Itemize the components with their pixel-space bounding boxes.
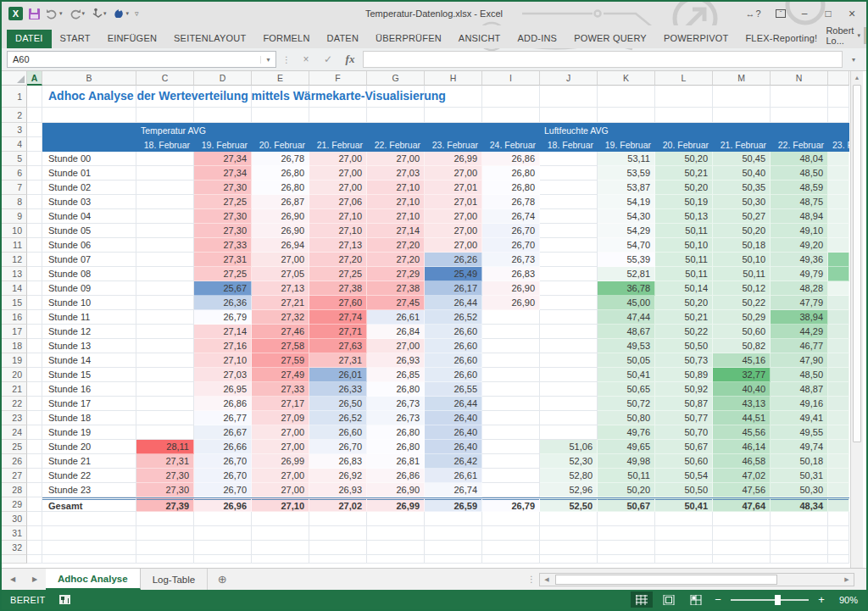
ribbon-tab-start[interactable]: START: [52, 30, 99, 48]
grid-cell[interactable]: [27, 181, 42, 195]
grid-cell[interactable]: 27,00: [252, 440, 309, 454]
grid-cell[interactable]: 44,51: [713, 411, 771, 425]
grid-cell[interactable]: [828, 526, 849, 541]
grid-cell[interactable]: 50,89: [655, 368, 713, 382]
grid-cell[interactable]: [540, 339, 598, 353]
grid-cell[interactable]: 27,30: [136, 483, 194, 497]
grid-cell[interactable]: [482, 411, 540, 425]
grid-cell[interactable]: [540, 541, 598, 555]
macro-record-icon[interactable]: [59, 595, 70, 604]
ribbon-tab-daten[interactable]: DATEN: [319, 30, 367, 48]
ribbon-tab-seitenlayout[interactable]: SEITENLAYOUT: [165, 30, 254, 48]
grid-cell[interactable]: 48,59: [771, 181, 828, 195]
row-header-2[interactable]: 2: [2, 108, 27, 123]
grid-cell[interactable]: 26,52: [425, 310, 482, 325]
row-header-22[interactable]: 22: [2, 397, 27, 411]
grid-cell[interactable]: [367, 526, 425, 541]
grid-cell[interactable]: 26,85: [367, 368, 425, 382]
grid-cell[interactable]: 50,54: [655, 469, 713, 483]
row-header-9[interactable]: 9: [2, 209, 27, 224]
grid-cell[interactable]: [540, 253, 598, 267]
grid-cell-partial[interactable]: [828, 253, 849, 267]
grid-cell[interactable]: 27,17: [252, 397, 309, 411]
grid-cell[interactable]: [482, 555, 540, 564]
grid-cell[interactable]: 52,81: [598, 267, 655, 281]
grid-cell[interactable]: 50,22: [655, 325, 713, 339]
column-header-partial[interactable]: [828, 71, 849, 86]
grid-cell[interactable]: 27,20: [309, 253, 367, 267]
grid-cell[interactable]: [252, 108, 309, 123]
grid-cell[interactable]: [194, 555, 252, 564]
grid-cell[interactable]: 26,26: [425, 253, 482, 267]
grid-cell[interactable]: 27,00: [252, 425, 309, 440]
grid-cell[interactable]: 26,77: [194, 411, 252, 425]
close-icon[interactable]: ×: [841, 5, 863, 22]
grid-cell[interactable]: [425, 541, 482, 555]
grid-cell[interactable]: 26,44: [425, 397, 482, 411]
grid-cell[interactable]: 36,78: [598, 281, 655, 296]
grid-cell[interactable]: 26,78: [252, 152, 309, 166]
grid-cell[interactable]: 49,10: [771, 224, 828, 238]
grid-cell[interactable]: 26,90: [482, 281, 540, 296]
user-avatar[interactable]: [864, 27, 868, 44]
customize-quick-access-icon[interactable]: ▿: [135, 9, 139, 18]
grid-cell[interactable]: 27,00: [425, 166, 482, 181]
row-label[interactable]: Stunde 18: [42, 411, 136, 425]
grid-cell[interactable]: 27,10: [309, 209, 367, 224]
grid-cell[interactable]: 27,49: [252, 368, 309, 382]
grid-cell[interactable]: 26,80: [482, 166, 540, 181]
grid-cell[interactable]: 50,20: [655, 152, 713, 166]
grid-cell[interactable]: [136, 281, 194, 296]
column-header-k[interactable]: K: [598, 71, 655, 86]
grid-cell[interactable]: [27, 137, 42, 152]
grid-cell[interactable]: 27,14: [367, 224, 425, 238]
vertical-scrollbar[interactable]: ▲: [850, 71, 863, 568]
grid-cell[interactable]: 27,38: [367, 281, 425, 296]
column-header-j[interactable]: J: [540, 71, 598, 86]
grid-cell[interactable]: [598, 526, 655, 541]
column-header-i[interactable]: I: [482, 71, 540, 86]
grid-cell[interactable]: 26,81: [367, 454, 425, 469]
grid-cell[interactable]: [194, 541, 252, 555]
grid-cell[interactable]: 27,10: [309, 224, 367, 238]
grid-cell[interactable]: [713, 512, 771, 526]
grid-cell[interactable]: 26,50: [309, 397, 367, 411]
grid-cell[interactable]: [27, 281, 42, 296]
grid-cell-partial[interactable]: [828, 497, 849, 512]
sheet-tab-adhoc-analyse[interactable]: Adhoc Analyse: [46, 569, 141, 590]
grid-cell[interactable]: 27,01: [425, 181, 482, 195]
zoom-in-icon[interactable]: +: [815, 593, 827, 606]
row-label[interactable]: Stunde 00: [42, 152, 136, 166]
grid-cell[interactable]: 27,06: [309, 195, 367, 209]
grid-cell-partial[interactable]: [828, 209, 849, 224]
grid-cell[interactable]: 26,33: [309, 382, 367, 397]
row-header-15[interactable]: 15: [2, 296, 27, 310]
zoom-out-icon[interactable]: −: [712, 593, 724, 606]
normal-view-icon[interactable]: [631, 592, 653, 608]
grid-cell[interactable]: 27,00: [252, 469, 309, 483]
grid-cell[interactable]: [540, 555, 598, 564]
grid-cell[interactable]: 27,59: [252, 353, 309, 368]
grid-cell[interactable]: [136, 368, 194, 382]
grid-cell[interactable]: 26,70: [194, 469, 252, 483]
column-header-c[interactable]: C: [136, 71, 194, 86]
grid-cell[interactable]: [598, 108, 655, 123]
grid-cell[interactable]: [771, 555, 828, 564]
grid-cell[interactable]: 49,20: [771, 238, 828, 253]
grid-cell[interactable]: [828, 108, 849, 123]
ribbon-tab-einf-gen[interactable]: EINFÜGEN: [99, 30, 165, 48]
grid-cell[interactable]: [136, 209, 194, 224]
grid-cell[interactable]: [828, 541, 849, 555]
row-header-23[interactable]: 23: [2, 411, 27, 425]
addin-flame-icon[interactable]: ▾: [113, 8, 130, 19]
grid-cell[interactable]: 26,60: [309, 425, 367, 440]
row-header-3[interactable]: 3: [2, 123, 27, 137]
grid-cell[interactable]: 26,73: [367, 397, 425, 411]
row-header-32[interactable]: 32: [2, 541, 27, 555]
row-label[interactable]: Stunde 23: [42, 483, 136, 497]
grid-cell[interactable]: 50,60: [655, 454, 713, 469]
grid-cell[interactable]: 27,34: [194, 152, 252, 166]
grid-cell[interactable]: 50,20: [598, 483, 655, 497]
grid-cell[interactable]: [367, 555, 425, 564]
grid-cell-partial[interactable]: [828, 440, 849, 454]
